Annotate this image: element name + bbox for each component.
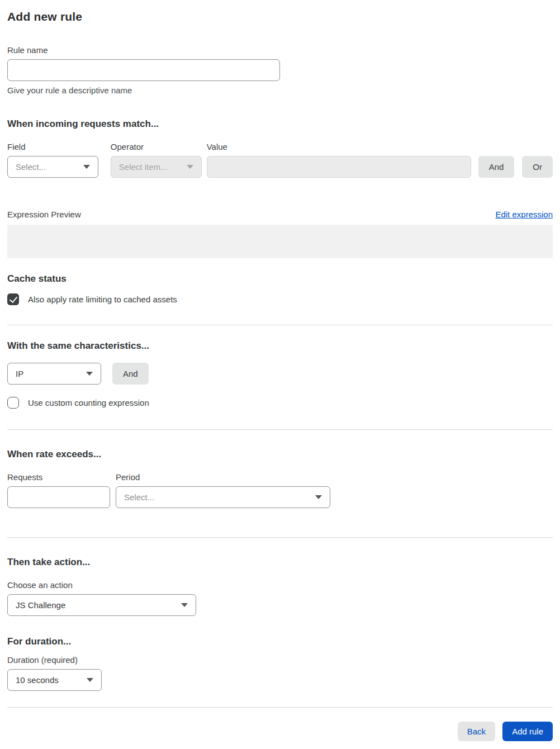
match-row: Field Select... Operator Select item... …	[7, 142, 553, 178]
characteristics-row: IP And	[7, 363, 553, 385]
expression-preview-label: Expression Preview	[7, 210, 81, 219]
requests-label: Requests	[7, 472, 110, 482]
characteristics-section: With the same characteristics... IP And …	[7, 340, 553, 409]
operator-label: Operator	[111, 142, 202, 151]
section-divider	[7, 537, 553, 538]
rule-name-input[interactable]	[7, 59, 280, 81]
duration-label: Duration (required)	[7, 655, 553, 665]
chevron-down-icon	[87, 678, 93, 682]
rule-name-helper: Give your rule a descriptive name	[7, 86, 553, 95]
action-heading: Then take action...	[7, 557, 553, 568]
value-input	[207, 156, 471, 178]
cached-assets-checkbox[interactable]	[7, 293, 19, 305]
expression-preview-box	[7, 225, 553, 258]
field-column: Field Select...	[7, 142, 98, 178]
edit-expression-link[interactable]: Edit expression	[495, 210, 553, 219]
footer-actions: Back Add rule	[7, 722, 553, 741]
expression-preview-row: Expression Preview Edit expression	[7, 210, 553, 219]
requests-column: Requests	[7, 472, 110, 508]
operator-column: Operator Select item...	[111, 142, 202, 178]
value-column: Value	[207, 142, 471, 178]
back-button[interactable]: Back	[458, 722, 495, 741]
field-label: Field	[7, 142, 98, 151]
characteristics-and-button[interactable]: And	[112, 363, 149, 385]
footer-divider	[7, 707, 553, 708]
chevron-down-icon	[86, 372, 93, 376]
custom-counting-checkbox-row[interactable]: Use custom counting expression	[7, 397, 553, 409]
operator-select-value: Select item...	[119, 162, 168, 172]
period-column: Period Select...	[116, 472, 330, 508]
action-section: Then take action... Choose an action JS …	[7, 557, 553, 616]
characteristic-select-value: IP	[16, 369, 23, 378]
page-title: Add new rule	[7, 10, 553, 23]
rate-row: Requests Period Select...	[7, 472, 553, 508]
field-select-value: Select...	[16, 162, 46, 172]
duration-heading: For duration...	[7, 636, 553, 647]
action-label: Choose an action	[7, 580, 553, 590]
and-button[interactable]: And	[478, 156, 515, 178]
rule-name-group: Rule name Give your rule a descriptive n…	[7, 45, 553, 95]
chevron-down-icon	[181, 603, 188, 607]
custom-counting-checkbox-label: Use custom counting expression	[28, 398, 149, 407]
characteristic-select[interactable]: IP	[7, 363, 101, 385]
and-or-buttons: And Or	[478, 156, 553, 178]
custom-counting-checkbox[interactable]	[7, 397, 19, 409]
duration-select[interactable]: 10 seconds	[7, 669, 102, 691]
rate-section: When rate exceeds... Requests Period Sel…	[7, 449, 553, 508]
characteristics-heading: With the same characteristics...	[7, 340, 553, 352]
add-rule-form: Add new rule Rule name Give your rule a …	[0, 0, 560, 749]
period-select-value: Select...	[124, 492, 154, 502]
add-rule-button[interactable]: Add rule	[502, 722, 553, 741]
match-section: When incoming requests match... Field Se…	[7, 118, 553, 258]
chevron-down-icon	[83, 165, 90, 169]
duration-section: For duration... Duration (required) 10 s…	[7, 636, 553, 691]
rate-heading: When rate exceeds...	[7, 449, 553, 460]
cached-assets-checkbox-label: Also apply rate limiting to cached asset…	[28, 295, 177, 304]
requests-input[interactable]	[7, 486, 110, 508]
chevron-down-icon	[315, 495, 322, 499]
cache-status-section: Cache status Also apply rate limiting to…	[7, 273, 553, 305]
or-button[interactable]: Or	[522, 156, 553, 178]
section-divider	[7, 325, 553, 325]
value-label: Value	[207, 142, 471, 151]
duration-select-value: 10 seconds	[16, 675, 59, 685]
cached-assets-checkbox-row[interactable]: Also apply rate limiting to cached asset…	[7, 293, 553, 305]
period-select[interactable]: Select...	[116, 486, 330, 508]
rule-name-label: Rule name	[7, 45, 553, 55]
cache-status-heading: Cache status	[7, 273, 553, 285]
action-select[interactable]: JS Challenge	[7, 594, 196, 616]
action-select-value: JS Challenge	[16, 600, 65, 610]
period-label: Period	[116, 472, 330, 482]
section-divider	[7, 429, 553, 430]
field-select[interactable]: Select...	[7, 156, 98, 178]
operator-select: Select item...	[111, 156, 202, 178]
chevron-down-icon	[187, 165, 193, 169]
match-section-heading: When incoming requests match...	[7, 118, 553, 130]
